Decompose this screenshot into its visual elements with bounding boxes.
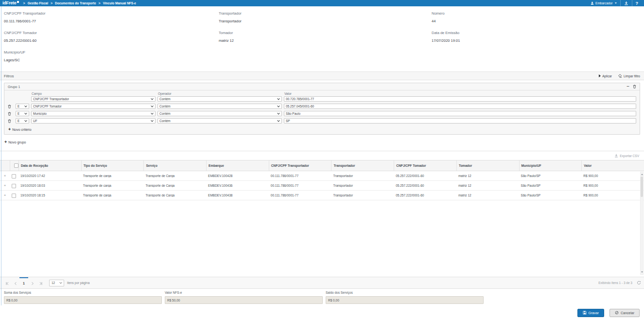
add-criteria-label: Novo critério bbox=[12, 128, 31, 131]
scroll-up-icon[interactable] bbox=[641, 174, 643, 175]
operador-select[interactable]: Contém bbox=[157, 118, 282, 124]
campo-select[interactable]: Município bbox=[31, 111, 156, 116]
pagination-bar: 1 12 itens por página Exibindo itens 1 -… bbox=[0, 277, 644, 289]
row-checkbox[interactable] bbox=[12, 194, 16, 198]
logic-operator-select[interactable]: E bbox=[16, 111, 29, 116]
table-row[interactable]: + 19/10/2020 18:03 Transporte de carga T… bbox=[0, 181, 644, 191]
plus-icon: + bbox=[4, 141, 7, 144]
chevron-down-icon bbox=[151, 111, 154, 114]
filter-criteria-row: E Município Contém bbox=[8, 111, 636, 116]
breadcrumb-gestao-fiscal[interactable]: Gestão Fiscal bbox=[28, 1, 48, 5]
add-group-button[interactable]: + Novo grupo bbox=[4, 138, 640, 146]
table-cell: 00.111.786/0001-77 bbox=[269, 194, 331, 197]
pager-prev-button[interactable] bbox=[11, 277, 19, 288]
table-cell: matriz 12 bbox=[456, 194, 519, 197]
column-header-valor[interactable]: Valor bbox=[581, 160, 644, 171]
column-header-cnpj-tomador[interactable]: CNPJ/CPF Tomador bbox=[394, 160, 456, 171]
help-button[interactable]: ? bbox=[632, 0, 642, 6]
table-cell: Transporte de carga bbox=[81, 184, 144, 187]
valor-input[interactable] bbox=[284, 96, 636, 102]
campo-select[interactable]: UF bbox=[31, 118, 156, 124]
table-row[interactable]: + 19/10/2020 17:42 Transporte de carga T… bbox=[0, 171, 644, 181]
valor-input[interactable] bbox=[284, 111, 636, 116]
pager-last-button[interactable] bbox=[36, 277, 45, 288]
pager-status: Exibindo itens 1 - 3 de 3 bbox=[598, 281, 632, 284]
breadcrumb-chevron-icon: > bbox=[99, 1, 101, 5]
page-size-label: itens por página bbox=[67, 281, 89, 284]
column-header-transportador[interactable]: Transportador bbox=[331, 160, 394, 171]
column-header-cnpj-transportador[interactable]: CNPJ/CPF Transportador bbox=[269, 160, 331, 171]
plus-icon: + bbox=[8, 128, 11, 131]
row-expand-button[interactable]: + bbox=[0, 194, 10, 197]
delete-criteria-button[interactable] bbox=[8, 119, 14, 123]
valor-input[interactable] bbox=[284, 104, 636, 109]
field-value: 44 bbox=[432, 19, 640, 23]
delete-criteria-button[interactable] bbox=[8, 112, 14, 116]
operador-select[interactable]: Contém bbox=[157, 96, 282, 102]
export-csv-button[interactable]: Exportar CSV bbox=[614, 154, 639, 158]
field-transportador: Transportador Transportador bbox=[219, 11, 432, 31]
save-icon bbox=[583, 311, 587, 315]
filter-group-title: Grupo 1 bbox=[8, 85, 20, 89]
operador-select[interactable]: Contém bbox=[157, 104, 282, 109]
pager-page-1[interactable]: 1 bbox=[19, 277, 28, 288]
table-cell: 19/10/2020 17:42 bbox=[18, 174, 81, 178]
collapse-group-button[interactable]: − bbox=[627, 85, 629, 89]
cancel-button[interactable]: Cancelar bbox=[609, 309, 640, 317]
user-menu[interactable]: Embarcador bbox=[587, 0, 620, 6]
export-row: Exportar CSV bbox=[0, 151, 644, 160]
row-checkbox-cell bbox=[10, 191, 18, 200]
vertical-scrollbar[interactable] bbox=[640, 172, 644, 275]
refresh-button[interactable] bbox=[637, 281, 641, 285]
scroll-down-icon[interactable] bbox=[641, 271, 643, 273]
filters-actions: Aplicar Limpar filtro bbox=[599, 74, 640, 78]
delete-criteria-button[interactable] bbox=[8, 105, 14, 108]
row-expand-button[interactable]: + bbox=[0, 184, 10, 188]
chevron-down-icon bbox=[24, 104, 27, 107]
add-criteria-button[interactable]: + Novo critério bbox=[8, 125, 636, 133]
pager-next-button[interactable] bbox=[28, 277, 36, 288]
operador-select[interactable]: Contém bbox=[157, 111, 282, 116]
breadcrumb-vinculo-manual-nfse[interactable]: Vínculo Manual NFS-e bbox=[103, 1, 136, 5]
table-row[interactable]: + 19/10/2020 18:15 Transporte de carga T… bbox=[0, 191, 644, 200]
row-checkbox[interactable] bbox=[12, 184, 16, 188]
logic-operator-select[interactable]: E bbox=[16, 104, 29, 109]
row-expand-button[interactable]: + bbox=[0, 174, 10, 178]
document-info: CNPJ/CPF Transportador 00.111.786/0001-7… bbox=[0, 6, 644, 71]
left-edge-rule bbox=[1, 6, 1, 305]
topbar-right: Embarcador ? bbox=[587, 0, 642, 6]
row-checkbox[interactable] bbox=[12, 174, 16, 178]
logic-operator-select[interactable]: E bbox=[16, 118, 29, 124]
operador-select-value: Contém bbox=[159, 119, 171, 123]
campo-select[interactable]: CNPJ/CPF Tomador bbox=[31, 104, 156, 109]
field-value: matriz 12 bbox=[219, 38, 432, 43]
column-header-data-recepcao[interactable]: Data de Recepção bbox=[18, 160, 81, 171]
table-cell: São Paulo/SP bbox=[519, 184, 582, 187]
select-all-checkbox[interactable] bbox=[14, 163, 18, 168]
column-header-embarque[interactable]: Embarque bbox=[206, 160, 269, 171]
table-header-row: Data de Recepção Tipo do Serviço Serviço… bbox=[0, 160, 644, 171]
chevron-down-icon bbox=[151, 97, 154, 100]
save-button[interactable]: Gravar bbox=[577, 309, 604, 317]
clear-filter-label: Limpar filtro bbox=[624, 74, 640, 78]
column-header-tomador[interactable]: Tomador bbox=[456, 160, 519, 171]
download-button[interactable] bbox=[620, 0, 632, 6]
pager-first-button[interactable] bbox=[3, 277, 11, 288]
campo-select[interactable]: CNPJ/CPF Transportador bbox=[31, 96, 156, 102]
breadcrumb-documentos-transporte[interactable]: Documentos do Transporte bbox=[55, 1, 96, 5]
table-cell: 05.257.222/0001-60 bbox=[394, 174, 456, 178]
page-size-value: 12 bbox=[52, 281, 55, 284]
column-header-servico[interactable]: Serviço bbox=[143, 160, 206, 171]
app-logo[interactable]: idFrete bbox=[2, 0, 19, 6]
scrollbar-thumb[interactable] bbox=[641, 177, 643, 197]
chevron-down-icon bbox=[59, 281, 62, 284]
apply-filter-button[interactable]: Aplicar bbox=[599, 74, 612, 78]
table-cell: Transporte de Carga bbox=[143, 174, 206, 178]
delete-group-button[interactable] bbox=[633, 85, 636, 89]
column-header-tipo-servico[interactable]: Tipo do Serviço bbox=[81, 160, 144, 171]
clear-filter-button[interactable]: Limpar filtro bbox=[618, 74, 640, 78]
page-size-select[interactable]: 12 bbox=[49, 280, 64, 286]
valor-input[interactable] bbox=[284, 118, 636, 124]
column-header-municipio-uf[interactable]: Município/UF bbox=[519, 160, 582, 171]
filter-group-tools: − bbox=[627, 85, 636, 89]
